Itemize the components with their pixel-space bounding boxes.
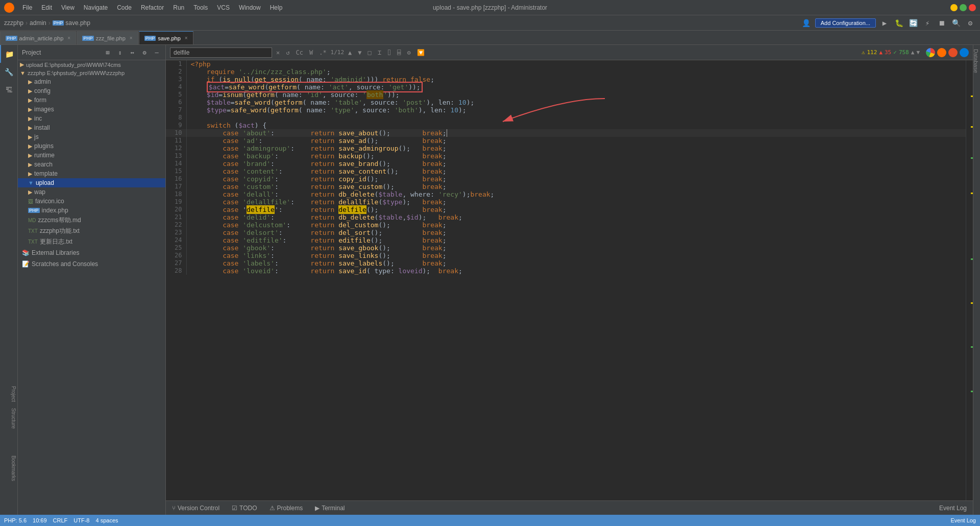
tree-file-update-log[interactable]: TXT 更新日志.txt <box>18 236 165 247</box>
find-options-3[interactable]: ⌸ <box>395 48 403 57</box>
find-next-icon[interactable]: ▼ <box>356 48 363 57</box>
project-label[interactable]: Project <box>0 383 17 405</box>
find-case-icon[interactable]: Cc <box>293 48 305 57</box>
tree-folder-form[interactable]: ▶ form <box>18 95 165 105</box>
find-filter-icon[interactable]: ⚙ <box>405 48 413 57</box>
find-prev-icon[interactable]: ▲ <box>346 48 354 57</box>
find-funnel-icon[interactable]: 🔽 <box>415 48 427 57</box>
menu-view[interactable]: View <box>57 3 79 12</box>
menu-code[interactable]: Code <box>113 3 136 12</box>
settings-icon[interactable]: ⚙ <box>965 17 976 29</box>
add-config-button[interactable]: Add Configuration... <box>815 18 876 28</box>
bottom-tab-event-log[interactable]: Event Log <box>933 501 973 515</box>
menu-help[interactable]: Help <box>266 3 287 12</box>
tree-folder-inc[interactable]: ▶ inc <box>18 114 165 123</box>
close-button[interactable] <box>969 4 976 11</box>
edge-icon[interactable] <box>960 48 969 57</box>
stop-icon[interactable]: ⏹ <box>936 17 947 29</box>
tree-file-zzzphp-txt[interactable]: TXT zzzphp功能.txt <box>18 226 165 236</box>
tree-folder-upload[interactable]: ▼ upload <box>18 178 165 187</box>
sidebar-vcs-icon[interactable]: 🔧 <box>0 63 18 81</box>
menu-file[interactable]: File <box>18 3 36 12</box>
project-settings-icon[interactable]: ⚙ <box>140 48 149 57</box>
project-expand-icon[interactable]: ↔ <box>128 48 137 57</box>
status-encoding[interactable]: UTF-8 <box>74 517 89 523</box>
maximize-button[interactable] <box>960 4 967 11</box>
find-word-icon[interactable]: W <box>307 48 315 57</box>
firefox-icon[interactable] <box>937 48 946 57</box>
template-icon: ▶ <box>28 171 32 177</box>
code-editor[interactable]: 1 <?php 2 require '../inc/zzz_class.php'… <box>166 60 973 500</box>
search-icon[interactable]: 🔍 <box>950 17 962 29</box>
tree-folder-admin[interactable]: ▶ admin <box>18 77 165 86</box>
gutter-up[interactable]: ▲ <box>911 49 915 56</box>
tree-folder-search[interactable]: ▶ search <box>18 160 165 169</box>
find-refresh-icon[interactable]: ↺ <box>284 48 291 57</box>
find-options-2[interactable]: ⌷ <box>385 48 393 57</box>
breadcrumb-root[interactable]: zzzphp <box>4 19 23 27</box>
scratches-and-consoles[interactable]: 📝 Scratches and Consoles <box>18 258 165 270</box>
code-line-18: 18 case 'delall': return db_delete($tabl… <box>166 190 973 198</box>
right-tab-database[interactable]: Database <box>973 45 980 77</box>
menu-vcs[interactable]: VCS <box>213 3 234 12</box>
tree-root-zzzphp[interactable]: ▼ zzzphp E:\phpstudy_pro\WWW\zzzphp <box>18 69 165 77</box>
ie-icon[interactable] <box>948 48 958 57</box>
menu-window[interactable]: Window <box>235 3 265 12</box>
tree-file-index[interactable]: PHP index.php <box>18 206 165 215</box>
gutter-down[interactable]: ▼ <box>916 49 920 56</box>
tab-close-1[interactable]: × <box>67 35 70 41</box>
menu-tools[interactable]: Tools <box>189 3 212 12</box>
bottom-tab-problems[interactable]: ⚠ Problems <box>263 501 309 515</box>
tree-folder-js[interactable]: ▶ js <box>18 132 165 141</box>
breadcrumb-admin[interactable]: admin <box>30 19 46 27</box>
tab-zzz-file[interactable]: PHP zzz_file.php × <box>77 31 138 44</box>
tree-root-upload[interactable]: ▶ upload E:\phpstudy_pro\WWW\74cms <box>18 60 165 69</box>
profile-run-icon[interactable]: ⚡ <box>922 17 933 29</box>
menu-run[interactable]: Run <box>169 3 188 12</box>
tree-folder-wap[interactable]: ▶ wap <box>18 187 165 197</box>
find-input[interactable]: delfile <box>170 47 272 58</box>
project-close-icon[interactable]: — <box>152 48 161 57</box>
sidebar-structure-icon[interactable]: 🏗 <box>0 81 18 99</box>
find-clear-icon[interactable]: ✕ <box>274 48 282 57</box>
tree-file-favicon[interactable]: 🖼 favicon.ico <box>18 197 165 206</box>
menu-navigate[interactable]: Navigate <box>80 3 112 12</box>
find-options-1[interactable]: ⌶ <box>376 48 383 57</box>
bottom-tab-todo[interactable]: ☑ TODO <box>226 501 263 515</box>
external-libraries[interactable]: 📚 External Libraries <box>18 247 165 258</box>
tree-folder-plugins[interactable]: ▶ plugins <box>18 141 165 151</box>
tree-folder-images[interactable]: ▶ images <box>18 105 165 114</box>
status-crlf[interactable]: CRLF <box>53 517 68 523</box>
bookmarks-label[interactable]: Bookmarks <box>0 452 17 484</box>
code-line-2: 2 require '../inc/zzz_class.php'; <box>166 68 973 76</box>
minimize-button[interactable] <box>950 4 958 11</box>
code-line-27: 27 case 'labels': return save_labels(); … <box>166 259 973 267</box>
menu-refactor[interactable]: Refactor <box>137 3 168 12</box>
tree-folder-runtime[interactable]: ▶ runtime <box>18 151 165 160</box>
chrome-icon[interactable] <box>926 48 935 57</box>
tree-folder-template[interactable]: ▶ template <box>18 169 165 178</box>
sidebar-project-icon[interactable]: 📁 <box>0 45 18 63</box>
debug-icon[interactable]: 🐛 <box>893 17 904 29</box>
tab-save-php[interactable]: PHP save.php × <box>139 31 193 44</box>
project-collapse-icon[interactable]: ↕ <box>115 48 125 57</box>
tree-folder-install[interactable]: ▶ install <box>18 123 165 132</box>
find-regex-icon[interactable]: .* <box>317 48 328 57</box>
bottom-tab-terminal[interactable]: ▶ Terminal <box>309 501 351 515</box>
event-log-status[interactable]: Event Log <box>950 517 976 523</box>
status-indent[interactable]: 4 spaces <box>95 517 118 523</box>
images-icon: ▶ <box>28 106 32 113</box>
tree-file-zzzcms[interactable]: MD zzzcms帮助.md <box>18 215 165 226</box>
bottom-tab-version-control[interactable]: ⑂ Version Control <box>166 501 226 515</box>
tab-admin-article[interactable]: PHP admin_article.php × <box>0 31 76 44</box>
run-icon[interactable]: ▶ <box>879 17 890 29</box>
project-scroll-icon[interactable]: ⊞ <box>103 48 112 57</box>
find-expand-icon[interactable]: □ <box>366 48 374 57</box>
menu-edit[interactable]: Edit <box>37 3 56 12</box>
coverage-icon[interactable]: 🔄 <box>908 17 919 29</box>
tree-folder-config[interactable]: ▶ config <box>18 86 165 95</box>
structure-label[interactable]: Structure <box>0 405 17 432</box>
tab-close-3[interactable]: × <box>185 35 188 41</box>
tab-close-2[interactable]: × <box>130 35 133 41</box>
profile-icon[interactable]: 👤 <box>801 17 812 29</box>
